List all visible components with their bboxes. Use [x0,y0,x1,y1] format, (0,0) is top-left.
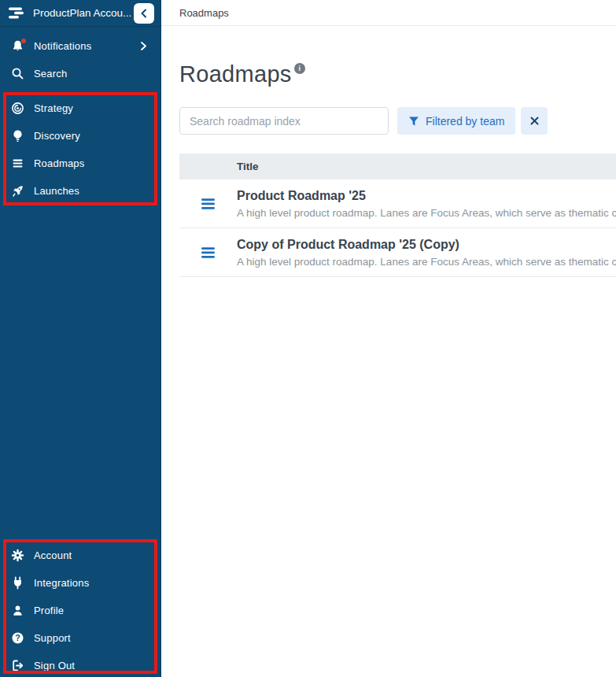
person-icon [11,604,24,617]
svg-text:?: ? [15,633,20,642]
sidebar-item-label: Notifications [34,40,91,52]
sidebar-item-label: Sign Out [34,660,75,671]
filter-chip[interactable]: Filtered by team [397,107,515,135]
sidebar-item-label: Roadmaps [34,157,84,169]
sidebar-item-search[interactable]: Search [0,60,160,87]
page-title: Roadmaps [179,61,292,87]
table-row[interactable]: Copy of Product Roadmap '25 (Copy) A hig… [179,228,616,277]
sidebar: ProductPlan Accou... Noti [0,0,161,677]
roadmap-lines-icon [179,246,237,259]
roadmap-title: Product Roadmap '25 [237,189,616,203]
clear-filter-button[interactable] [521,107,548,135]
controls-row: Filtered by team [179,107,548,135]
sidebar-header: ProductPlan Accou... [0,0,160,27]
question-circle-icon: ? [11,631,24,645]
column-header-title: Title [237,161,259,172]
row-text: Product Roadmap '25 A high level product… [237,189,616,219]
sidebar-collapse-button[interactable] [134,3,154,24]
page-title-row: Roadmaps i [179,61,616,87]
lightbulb-icon [11,129,24,142]
table-header-row: Title [179,154,616,179]
strategy-target-icon [11,102,24,115]
plug-icon [11,576,24,590]
sidebar-item-label: Discovery [34,130,80,142]
roadmap-lines-icon [11,157,24,170]
rocket-icon [11,184,24,198]
sidebar-item-notifications[interactable]: Notifications [0,32,160,60]
roadmap-description: A high level product roadmap. Lanes are … [237,256,616,268]
table-row[interactable]: Product Roadmap '25 A high level product… [179,179,616,228]
sidebar-item-label: Support [34,632,71,644]
row-text: Copy of Product Roadmap '25 (Copy) A hig… [237,238,616,268]
roadmap-lines-icon [179,198,237,210]
sidebar-bottom-group: Account Integrations [0,542,160,677]
search-icon [11,67,24,80]
account-name: ProductPlan Accou... [33,7,134,19]
roadmap-description: A high level product roadmap. Lanes are … [237,207,616,219]
main-content: Roadmaps Roadmaps i Filtered by team [161,0,616,677]
sign-out-icon [11,659,24,672]
sidebar-item-profile[interactable]: Profile [0,597,160,624]
sidebar-item-label: Integrations [34,577,89,589]
chevron-left-icon [139,9,149,18]
sidebar-nav-group: Strategy Discovery [0,94,160,205]
sidebar-item-integrations[interactable]: Integrations [0,569,160,597]
sidebar-item-roadmaps[interactable]: Roadmaps [0,150,160,177]
app-window: ProductPlan Accou... Noti [0,0,616,677]
bell-icon [11,39,24,53]
close-icon [529,116,540,126]
sidebar-item-account[interactable]: Account [0,542,160,569]
sidebar-item-support[interactable]: ? Support [0,624,160,652]
filter-funnel-icon [408,116,419,127]
sidebar-item-label: Search [34,68,67,80]
info-icon[interactable]: i [294,63,305,74]
chevron-right-icon [139,42,148,50]
sidebar-item-sign-out[interactable]: Sign Out [0,652,160,677]
sidebar-item-label: Profile [34,605,64,616]
notification-badge [20,38,27,44]
sidebar-item-label: Launches [34,185,79,197]
productplan-logo-icon [8,6,27,20]
gear-icon [11,549,24,562]
sidebar-top-group: Notifications Search [0,32,160,87]
sidebar-item-label: Account [34,549,72,561]
top-bar: Roadmaps [161,0,616,26]
search-input[interactable] [179,107,389,135]
sidebar-item-launches[interactable]: Launches [0,177,160,205]
sidebar-item-label: Strategy [34,102,73,114]
breadcrumb: Roadmaps [179,7,229,19]
roadmap-title: Copy of Product Roadmap '25 (Copy) [237,238,616,252]
sidebar-item-strategy[interactable]: Strategy [0,94,160,122]
sidebar-item-discovery[interactable]: Discovery [0,122,160,150]
roadmaps-table: Title Product Roadmap '25 A high level p… [179,154,616,277]
filter-chip-label: Filtered by team [426,115,504,128]
